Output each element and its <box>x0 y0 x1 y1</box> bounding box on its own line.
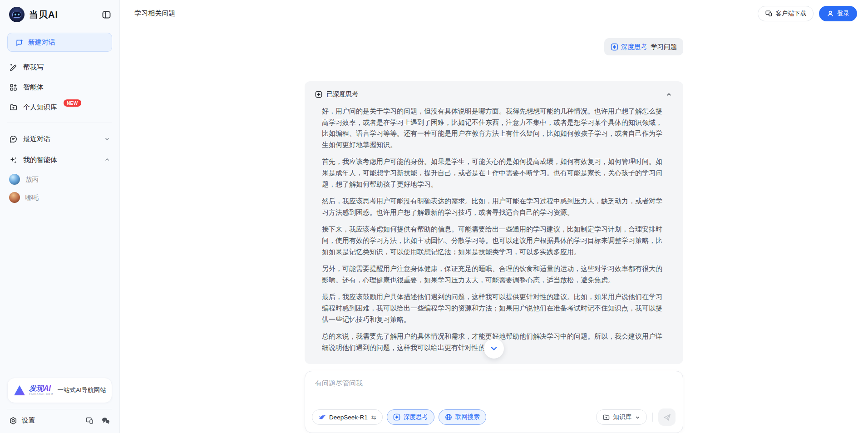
discover-ai-brand: 发现AI FAXIANAI.COM <box>29 385 54 396</box>
page-title: 学习相关问题 <box>134 9 175 18</box>
discover-ai-logo-icon <box>14 385 25 395</box>
deep-think-icon <box>611 43 618 51</box>
thinking-paragraph: 然后，我应该思考用户可能没有明确表达的需求。比如，用户可能在学习过程中感到压力大… <box>322 196 664 218</box>
sidebar-divider <box>7 123 112 123</box>
deep-think-icon <box>393 413 400 421</box>
paper-plane-icon <box>663 413 671 422</box>
settings-label: 设置 <box>22 416 35 425</box>
wechat-icon[interactable] <box>101 417 110 425</box>
section-label: 最近对话 <box>23 135 50 143</box>
agent-name: 敖丙 <box>25 175 39 184</box>
composer-toolbar: DeepSeek-R1 ⇆ 深度思考 <box>305 408 683 433</box>
sidebar-section-recent-chats[interactable]: 最近对话 <box>4 128 116 149</box>
new-chat-button[interactable]: 新建对话 <box>7 33 112 52</box>
sidebar-header: 当贝AI <box>0 0 119 29</box>
chevron-down-icon <box>635 414 641 420</box>
settings-button[interactable]: 设置 <box>9 416 35 425</box>
thinking-panel-header[interactable]: 已深度思考 <box>305 81 683 100</box>
pen-icon <box>9 63 18 72</box>
thinking-paragraph: 接下来，我应该考虑如何提供有帮助的信息。可能需要给出一些通用的学习建议，比如制定… <box>322 224 664 257</box>
thinking-text: 好，用户问的是关于学习的问题，但没有具体说明是哪方面。我得先想想可能的几种情况。… <box>305 100 683 353</box>
agent-avatar <box>9 174 20 185</box>
folder-plus-icon <box>602 413 610 421</box>
sidebar-item-label: 个人知识库 <box>23 103 57 112</box>
composer: DeepSeek-R1 ⇆ 深度思考 <box>305 371 683 433</box>
sidebar: 当贝AI 新建对话 帮我写 <box>0 0 120 433</box>
sidebar-section-my-agents[interactable]: 我的智能体 <box>4 149 116 170</box>
main-area: 学习相关问题 客户端下载 <box>120 0 868 433</box>
gear-icon <box>9 417 17 425</box>
discover-ai-banner[interactable]: 发现AI FAXIANAI.COM 一站式AI导航网站 <box>7 378 112 403</box>
devices-icon <box>765 10 773 17</box>
deep-think-tag-label: 深度思考 <box>621 43 647 51</box>
chevron-down-icon[interactable] <box>104 136 110 142</box>
toolbar-divider <box>652 413 653 422</box>
sidebar-item-agents[interactable]: 智能体 <box>4 77 116 97</box>
user-message-bubble: 深度思考 学习问题 <box>604 38 683 55</box>
new-badge: NEW <box>64 99 81 107</box>
deep-think-toggle-label: 深度思考 <box>404 413 428 421</box>
app-window: 当贝AI 新建对话 帮我写 <box>0 0 868 433</box>
user-icon <box>827 10 834 17</box>
app-logo-icon <box>9 7 25 22</box>
chevron-down-icon <box>489 344 499 354</box>
deepseek-whale-icon <box>318 414 326 420</box>
chat-bubble-icon <box>9 135 18 143</box>
chevron-up-icon[interactable] <box>104 157 110 163</box>
discover-ai-slogan: 一站式AI导航网站 <box>58 386 106 394</box>
sidebar-item-label: 智能体 <box>23 83 44 92</box>
user-message-row: 深度思考 学习问题 <box>305 38 683 55</box>
agent-item-aobing[interactable]: 敖丙 <box>4 170 116 188</box>
model-label: DeepSeek-R1 <box>329 414 368 421</box>
devices-icon[interactable] <box>85 416 94 425</box>
user-message-text: 学习问题 <box>651 43 677 51</box>
thinking-paragraph: 最后，我应该鼓励用户具体描述他们遇到的问题，这样我可以提供更针对性的建议。比如，… <box>322 291 664 325</box>
login-label: 登录 <box>837 10 849 18</box>
send-button[interactable] <box>658 408 676 426</box>
folder-plus-icon <box>9 103 18 112</box>
model-selector-chip[interactable]: DeepSeek-R1 ⇆ <box>312 409 383 425</box>
scroll-to-bottom-button[interactable] <box>484 339 504 359</box>
settings-row: 设置 <box>7 415 112 428</box>
client-download-button[interactable]: 客户端下载 <box>758 6 814 21</box>
agent-name: 哪吒 <box>25 193 39 202</box>
new-chat-icon <box>15 38 24 47</box>
sidebar-collapse-icon[interactable] <box>102 10 111 20</box>
sidebar-item-help-me-write[interactable]: 帮我写 <box>4 57 116 77</box>
agent-avatar <box>9 192 20 203</box>
app-title: 当贝AI <box>29 9 58 21</box>
web-search-toggle-label: 联网搜索 <box>455 413 480 421</box>
thinking-paragraph: 好，用户问的是关于学习的问题，但没有具体说明是哪方面。我得先想想可能的几种情况。… <box>322 106 664 150</box>
message-input[interactable] <box>305 371 683 408</box>
collapse-chevron-up-icon[interactable] <box>666 91 672 98</box>
top-bar: 学习相关问题 客户端下载 <box>120 0 868 27</box>
login-button[interactable]: 登录 <box>819 6 857 21</box>
thinking-paragraph: 首先，我应该考虑用户可能的身份。如果是学生，可能关心的是如何提高成绩，如何有效复… <box>322 156 664 190</box>
grid-plus-icon <box>9 83 18 92</box>
web-search-toggle[interactable]: 联网搜索 <box>439 409 486 425</box>
thinking-panel: 已深度思考 好，用户问的是关于学习的问题，但没有具体说明是哪方面。我得先想想可能… <box>305 81 683 364</box>
new-chat-label: 新建对话 <box>28 38 55 47</box>
knowledge-base-selector[interactable]: 知识库 <box>596 409 647 425</box>
deep-think-icon <box>315 91 322 98</box>
knowledge-base-label: 知识库 <box>613 413 632 421</box>
thinking-paragraph: 另外，可能需要提醒用户注意身体健康，保证充足的睡眠、合理的饮食和适量的运动，这些… <box>322 263 664 285</box>
sidebar-footer: 发现AI FAXIANAI.COM 一站式AI导航网站 设置 <box>0 378 119 433</box>
deep-think-toggle[interactable]: 深度思考 <box>387 409 434 425</box>
sidebar-divider <box>7 409 112 409</box>
sidebar-item-label: 帮我写 <box>23 63 44 72</box>
model-switch-icon: ⇆ <box>371 414 376 421</box>
chat-scroll-area[interactable]: 深度思考 学习问题 已深度思考 <box>120 27 868 433</box>
deep-think-tag: 深度思考 <box>611 43 647 51</box>
section-label: 我的智能体 <box>23 156 57 164</box>
globe-icon <box>445 413 452 421</box>
agent-item-nezha[interactable]: 哪吒 <box>4 188 116 207</box>
sparkles-icon <box>9 156 18 164</box>
client-download-label: 客户端下载 <box>776 10 807 18</box>
thinking-panel-title: 已深度思考 <box>326 90 358 98</box>
sidebar-item-knowledge-base[interactable]: 个人知识库 NEW <box>4 97 116 117</box>
